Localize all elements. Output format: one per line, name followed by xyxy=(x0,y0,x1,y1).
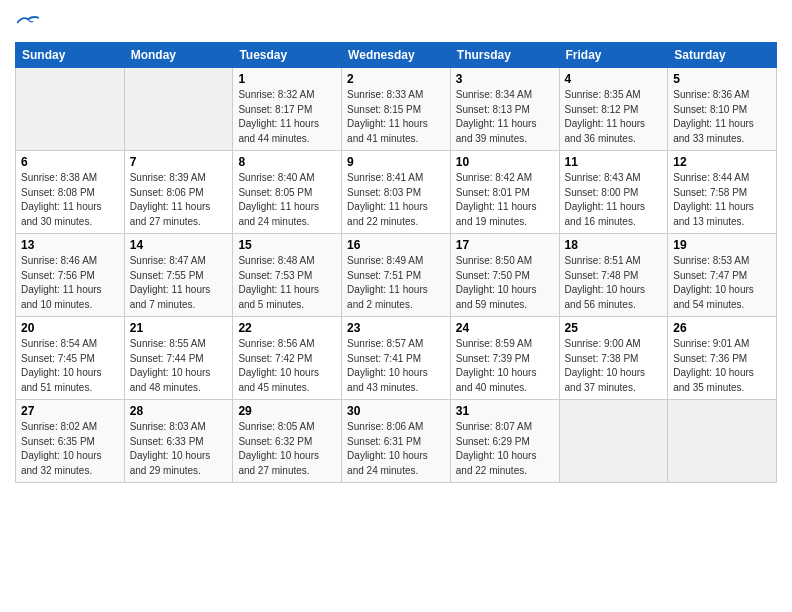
calendar-day-cell: 25Sunrise: 9:00 AM Sunset: 7:38 PM Dayli… xyxy=(559,317,668,400)
calendar-week-row: 13Sunrise: 8:46 AM Sunset: 7:56 PM Dayli… xyxy=(16,234,777,317)
calendar-week-row: 20Sunrise: 8:54 AM Sunset: 7:45 PM Dayli… xyxy=(16,317,777,400)
logo xyxy=(15,10,39,34)
calendar-day-cell: 29Sunrise: 8:05 AM Sunset: 6:32 PM Dayli… xyxy=(233,400,342,483)
calendar-day-cell: 15Sunrise: 8:48 AM Sunset: 7:53 PM Dayli… xyxy=(233,234,342,317)
day-info: Sunrise: 8:53 AM Sunset: 7:47 PM Dayligh… xyxy=(673,254,771,312)
day-info: Sunrise: 8:55 AM Sunset: 7:44 PM Dayligh… xyxy=(130,337,228,395)
day-number: 30 xyxy=(347,404,445,418)
header xyxy=(15,10,777,34)
calendar-day-header: Friday xyxy=(559,43,668,68)
calendar-day-header: Wednesday xyxy=(342,43,451,68)
calendar-header-row: SundayMondayTuesdayWednesdayThursdayFrid… xyxy=(16,43,777,68)
calendar-day-cell: 19Sunrise: 8:53 AM Sunset: 7:47 PM Dayli… xyxy=(668,234,777,317)
calendar-day-cell: 27Sunrise: 8:02 AM Sunset: 6:35 PM Dayli… xyxy=(16,400,125,483)
day-info: Sunrise: 8:35 AM Sunset: 8:12 PM Dayligh… xyxy=(565,88,663,146)
day-number: 23 xyxy=(347,321,445,335)
calendar-day-cell xyxy=(16,68,125,151)
day-info: Sunrise: 9:00 AM Sunset: 7:38 PM Dayligh… xyxy=(565,337,663,395)
calendar-day-cell: 24Sunrise: 8:59 AM Sunset: 7:39 PM Dayli… xyxy=(450,317,559,400)
day-number: 14 xyxy=(130,238,228,252)
day-number: 6 xyxy=(21,155,119,169)
calendar-day-cell: 30Sunrise: 8:06 AM Sunset: 6:31 PM Dayli… xyxy=(342,400,451,483)
calendar-day-header: Monday xyxy=(124,43,233,68)
day-info: Sunrise: 8:03 AM Sunset: 6:33 PM Dayligh… xyxy=(130,420,228,478)
day-info: Sunrise: 8:06 AM Sunset: 6:31 PM Dayligh… xyxy=(347,420,445,478)
calendar-day-cell: 23Sunrise: 8:57 AM Sunset: 7:41 PM Dayli… xyxy=(342,317,451,400)
day-number: 11 xyxy=(565,155,663,169)
day-info: Sunrise: 8:38 AM Sunset: 8:08 PM Dayligh… xyxy=(21,171,119,229)
page: SundayMondayTuesdayWednesdayThursdayFrid… xyxy=(0,0,792,612)
day-info: Sunrise: 8:57 AM Sunset: 7:41 PM Dayligh… xyxy=(347,337,445,395)
logo-bird-icon xyxy=(17,15,39,31)
day-number: 27 xyxy=(21,404,119,418)
day-number: 26 xyxy=(673,321,771,335)
day-info: Sunrise: 8:56 AM Sunset: 7:42 PM Dayligh… xyxy=(238,337,336,395)
calendar-day-cell: 1Sunrise: 8:32 AM Sunset: 8:17 PM Daylig… xyxy=(233,68,342,151)
calendar-day-cell: 12Sunrise: 8:44 AM Sunset: 7:58 PM Dayli… xyxy=(668,151,777,234)
day-info: Sunrise: 8:51 AM Sunset: 7:48 PM Dayligh… xyxy=(565,254,663,312)
day-number: 7 xyxy=(130,155,228,169)
day-number: 1 xyxy=(238,72,336,86)
day-number: 4 xyxy=(565,72,663,86)
calendar-day-header: Tuesday xyxy=(233,43,342,68)
calendar-day-cell: 31Sunrise: 8:07 AM Sunset: 6:29 PM Dayli… xyxy=(450,400,559,483)
calendar-day-header: Thursday xyxy=(450,43,559,68)
day-info: Sunrise: 8:33 AM Sunset: 8:15 PM Dayligh… xyxy=(347,88,445,146)
calendar-day-cell: 28Sunrise: 8:03 AM Sunset: 6:33 PM Dayli… xyxy=(124,400,233,483)
calendar-week-row: 27Sunrise: 8:02 AM Sunset: 6:35 PM Dayli… xyxy=(16,400,777,483)
day-number: 24 xyxy=(456,321,554,335)
day-number: 31 xyxy=(456,404,554,418)
calendar-week-row: 1Sunrise: 8:32 AM Sunset: 8:17 PM Daylig… xyxy=(16,68,777,151)
calendar-day-cell: 22Sunrise: 8:56 AM Sunset: 7:42 PM Dayli… xyxy=(233,317,342,400)
day-info: Sunrise: 8:59 AM Sunset: 7:39 PM Dayligh… xyxy=(456,337,554,395)
calendar-day-cell: 5Sunrise: 8:36 AM Sunset: 8:10 PM Daylig… xyxy=(668,68,777,151)
day-number: 12 xyxy=(673,155,771,169)
day-info: Sunrise: 8:05 AM Sunset: 6:32 PM Dayligh… xyxy=(238,420,336,478)
calendar-day-cell: 17Sunrise: 8:50 AM Sunset: 7:50 PM Dayli… xyxy=(450,234,559,317)
day-number: 21 xyxy=(130,321,228,335)
day-info: Sunrise: 9:01 AM Sunset: 7:36 PM Dayligh… xyxy=(673,337,771,395)
calendar-day-cell: 2Sunrise: 8:33 AM Sunset: 8:15 PM Daylig… xyxy=(342,68,451,151)
day-number: 16 xyxy=(347,238,445,252)
calendar-day-cell: 10Sunrise: 8:42 AM Sunset: 8:01 PM Dayli… xyxy=(450,151,559,234)
logo-general xyxy=(15,10,39,34)
calendar-day-header: Saturday xyxy=(668,43,777,68)
calendar-day-cell: 26Sunrise: 9:01 AM Sunset: 7:36 PM Dayli… xyxy=(668,317,777,400)
calendar-day-cell: 14Sunrise: 8:47 AM Sunset: 7:55 PM Dayli… xyxy=(124,234,233,317)
calendar-day-cell: 7Sunrise: 8:39 AM Sunset: 8:06 PM Daylig… xyxy=(124,151,233,234)
calendar-day-cell: 20Sunrise: 8:54 AM Sunset: 7:45 PM Dayli… xyxy=(16,317,125,400)
calendar-week-row: 6Sunrise: 8:38 AM Sunset: 8:08 PM Daylig… xyxy=(16,151,777,234)
calendar-day-cell xyxy=(668,400,777,483)
calendar-day-cell: 6Sunrise: 8:38 AM Sunset: 8:08 PM Daylig… xyxy=(16,151,125,234)
day-number: 19 xyxy=(673,238,771,252)
day-info: Sunrise: 8:41 AM Sunset: 8:03 PM Dayligh… xyxy=(347,171,445,229)
day-number: 22 xyxy=(238,321,336,335)
day-info: Sunrise: 8:47 AM Sunset: 7:55 PM Dayligh… xyxy=(130,254,228,312)
calendar-day-cell: 16Sunrise: 8:49 AM Sunset: 7:51 PM Dayli… xyxy=(342,234,451,317)
day-number: 10 xyxy=(456,155,554,169)
day-info: Sunrise: 8:46 AM Sunset: 7:56 PM Dayligh… xyxy=(21,254,119,312)
calendar-day-cell xyxy=(559,400,668,483)
day-info: Sunrise: 8:07 AM Sunset: 6:29 PM Dayligh… xyxy=(456,420,554,478)
day-number: 13 xyxy=(21,238,119,252)
calendar-day-cell: 13Sunrise: 8:46 AM Sunset: 7:56 PM Dayli… xyxy=(16,234,125,317)
day-number: 20 xyxy=(21,321,119,335)
calendar-day-cell: 21Sunrise: 8:55 AM Sunset: 7:44 PM Dayli… xyxy=(124,317,233,400)
calendar-day-cell: 11Sunrise: 8:43 AM Sunset: 8:00 PM Dayli… xyxy=(559,151,668,234)
calendar-day-cell: 3Sunrise: 8:34 AM Sunset: 8:13 PM Daylig… xyxy=(450,68,559,151)
day-number: 15 xyxy=(238,238,336,252)
day-info: Sunrise: 8:49 AM Sunset: 7:51 PM Dayligh… xyxy=(347,254,445,312)
calendar-day-header: Sunday xyxy=(16,43,125,68)
day-info: Sunrise: 8:48 AM Sunset: 7:53 PM Dayligh… xyxy=(238,254,336,312)
day-info: Sunrise: 8:40 AM Sunset: 8:05 PM Dayligh… xyxy=(238,171,336,229)
day-number: 8 xyxy=(238,155,336,169)
calendar-day-cell: 8Sunrise: 8:40 AM Sunset: 8:05 PM Daylig… xyxy=(233,151,342,234)
day-number: 28 xyxy=(130,404,228,418)
day-info: Sunrise: 8:32 AM Sunset: 8:17 PM Dayligh… xyxy=(238,88,336,146)
day-info: Sunrise: 8:39 AM Sunset: 8:06 PM Dayligh… xyxy=(130,171,228,229)
day-number: 18 xyxy=(565,238,663,252)
calendar-day-cell: 18Sunrise: 8:51 AM Sunset: 7:48 PM Dayli… xyxy=(559,234,668,317)
day-number: 9 xyxy=(347,155,445,169)
day-number: 2 xyxy=(347,72,445,86)
day-number: 17 xyxy=(456,238,554,252)
